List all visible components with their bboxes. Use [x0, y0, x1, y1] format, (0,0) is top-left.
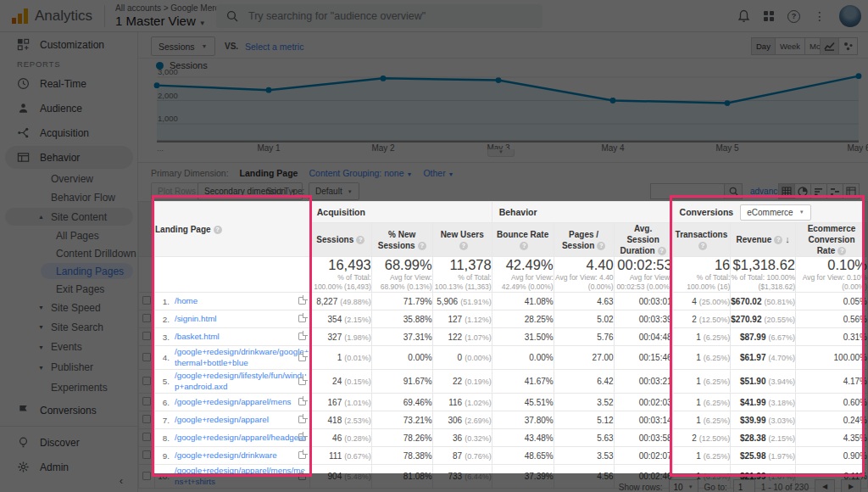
column-header-new-users[interactable]: New Users? — [432, 223, 492, 257]
metric-cell: 00:02:03 — [614, 394, 672, 411]
metric-cell: 5.76 — [554, 328, 614, 346]
dim-overlay-left — [0, 201, 154, 473]
summary-cell: 68.99%Avg for View: 68.90% (0.13%) — [371, 257, 432, 293]
metric-cell: 122(1.07%) — [432, 328, 492, 346]
metric-cell: 111(0.67%) — [309, 447, 371, 465]
metric-cell: 1(0.01%) — [309, 346, 371, 370]
metric-cell: 45.51% — [492, 394, 554, 411]
metric-cell: 127(1.12%) — [432, 310, 492, 328]
metric-cell: 00:04:48 — [614, 328, 672, 346]
summary-cell: 4.40Avg for View: 4.40 (0.00%) — [554, 257, 614, 293]
metric-cell: 00:02:07 — [614, 447, 672, 465]
metric-cell: 43.48% — [492, 429, 554, 447]
metric-cell: 78.26% — [371, 429, 432, 447]
metric-cell: 00:03:58 — [614, 429, 672, 447]
column-header-sessions[interactable]: Sessions? — [309, 223, 371, 257]
metric-cell: 71.79% — [371, 293, 432, 310]
metric-cell: 0.00% — [492, 346, 554, 370]
dim-overlay-top — [0, 0, 868, 201]
summary-cell: 16,493% of Total: 100.00% (16,493) — [309, 257, 371, 293]
metric-cell: 00:03:21 — [614, 370, 672, 394]
column-header-bounce-rate[interactable]: Bounce Rate? — [492, 223, 554, 257]
metric-cell: 87(0.76%) — [432, 447, 492, 465]
metric-cell: 24(0.15%) — [309, 370, 371, 394]
metric-cell: 37.31% — [371, 328, 432, 346]
metric-cell: 3.52 — [554, 394, 614, 411]
metric-cell: 00:03:14 — [614, 411, 672, 429]
metric-cell: 327(1.98%) — [309, 328, 371, 346]
metric-cell: 00:03:01 — [614, 293, 672, 310]
metric-cell: 3.53 — [554, 447, 614, 465]
metric-cell: 37.80% — [492, 411, 554, 429]
metric-cell: 31.50% — [492, 328, 554, 346]
metric-cell: 22(0.19%) — [432, 370, 492, 394]
metric-cell: 5,906(51.91%) — [432, 293, 492, 310]
metric-cell: 116(1.02%) — [432, 394, 492, 411]
annotation-box-conversions — [670, 195, 865, 477]
summary-cell: 00:02:53Avg for View: 00:02:53 (0.00%) — [614, 257, 672, 293]
group-header-behavior: Behavior — [492, 202, 672, 223]
metric-cell: 41.08% — [492, 293, 554, 310]
metric-cell: 69.46% — [371, 394, 432, 411]
metric-cell: 00:15:46 — [614, 346, 672, 370]
metric-cell: 27.00 — [554, 346, 614, 370]
metric-cell: 5.02 — [554, 310, 614, 328]
metric-cell: 35.88% — [371, 310, 432, 328]
column-header-pages-session[interactable]: Pages / Session? — [554, 223, 614, 257]
metric-cell: 91.67% — [371, 370, 432, 394]
metric-cell: 0(0.00%) — [432, 346, 492, 370]
metric-cell: 5.63 — [554, 429, 614, 447]
metric-cell: 5.12 — [554, 411, 614, 429]
metric-cell: 78.38% — [371, 447, 432, 465]
metric-cell: 6.42 — [554, 370, 614, 394]
column-header-session-duration[interactable]: Avg. Session Duration? — [614, 223, 672, 257]
metric-cell: 167(1.01%) — [309, 394, 371, 411]
metric-cell: 28.25% — [492, 310, 554, 328]
summary-cell: 42.49%Avg for View: 42.49% (0.00%) — [492, 257, 554, 293]
metric-cell: 418(2.53%) — [309, 411, 371, 429]
group-header-acquisition: Acquisition — [309, 202, 492, 223]
metric-cell: 46(0.28%) — [309, 429, 371, 447]
metric-cell: 4.63 — [554, 293, 614, 310]
metric-cell: 8,227(49.88%) — [309, 293, 371, 310]
annotation-box-landing-page — [152, 195, 312, 477]
summary-cell: 11,378% of Total: 100.13% (11,363) — [432, 257, 492, 293]
metric-cell: 306(2.69%) — [432, 411, 492, 429]
metric-cell: 00:03:39 — [614, 310, 672, 328]
metric-cell: 354(2.15%) — [309, 310, 371, 328]
metric-cell: 48.65% — [492, 447, 554, 465]
metric-cell: 41.67% — [492, 370, 554, 394]
metric-cell: 0.00% — [371, 346, 432, 370]
metric-cell: 73.21% — [371, 411, 432, 429]
column-header-new-sessions[interactable]: % New Sessions? — [371, 223, 432, 257]
metric-cell: 36(0.32%) — [432, 429, 492, 447]
